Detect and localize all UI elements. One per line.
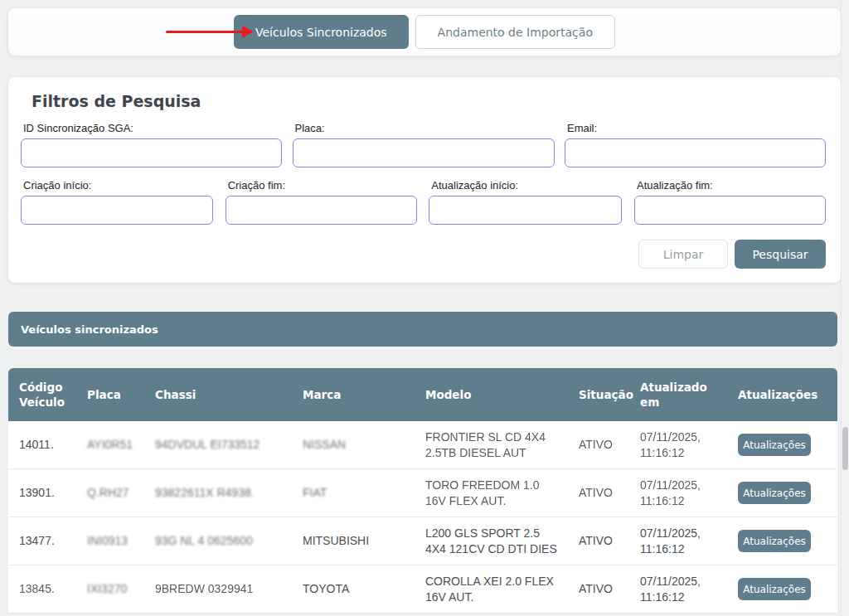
field-id-sincronizacao: ID Sincronização SGA: bbox=[21, 122, 282, 167]
vertical-scrollbar[interactable] bbox=[841, 0, 849, 616]
filters-actions: Limpar Pesquisar bbox=[21, 240, 826, 269]
table-row: 13901. Q.RH27 93822611X R4938. FIAT TORO… bbox=[8, 469, 837, 517]
placa-input[interactable] bbox=[293, 138, 555, 167]
filters-row-1: ID Sincronização SGA: Placa: Email: bbox=[21, 122, 826, 167]
col-placa: Placa bbox=[79, 387, 147, 402]
cell-chassi: 93822611X R4938. bbox=[147, 485, 294, 501]
field-criacao-inicio: Criação início: bbox=[21, 179, 213, 225]
cell-chassi: 93G NL 4 0625600 bbox=[147, 533, 294, 549]
table-row: 14011. AYI0R51 94DVDUL EI733512 NISSAN F… bbox=[8, 421, 837, 469]
email-input[interactable] bbox=[565, 138, 826, 167]
cell-hora: 11:16:12 bbox=[640, 589, 721, 605]
cell-data: 07/11/2025, bbox=[640, 429, 721, 445]
cell-situacao: ATIVO bbox=[570, 485, 632, 501]
search-button[interactable]: Pesquisar bbox=[735, 240, 826, 269]
atualizacoes-button[interactable]: Atualizações bbox=[738, 530, 811, 552]
cell-codigo: 14011. bbox=[8, 437, 79, 453]
atualizacoes-button[interactable]: Atualizações bbox=[738, 578, 811, 600]
cell-chassi: 94DVDUL EI733512 bbox=[147, 437, 294, 453]
atualizacao-fim-label: Atualização fim: bbox=[637, 179, 826, 192]
tab-bar: Veículos Sincronizados Andamento de Impo… bbox=[8, 8, 841, 56]
cell-acoes: Atualizações bbox=[730, 530, 837, 552]
cell-data: 07/11/2025, bbox=[640, 526, 721, 541]
field-atualizacao-fim: Atualização fim: bbox=[634, 179, 826, 225]
filters-row-2: Criação início: Criação fim: Atualização… bbox=[21, 179, 826, 225]
email-label: Email: bbox=[567, 122, 826, 134]
cell-atualizado-em: 07/11/2025, 11:16:12 bbox=[632, 478, 730, 509]
cell-hora: 11:16:12 bbox=[640, 541, 721, 557]
cell-acoes: Atualizações bbox=[730, 482, 837, 504]
cell-acoes: Atualizações bbox=[730, 434, 837, 456]
field-email: Email: bbox=[565, 122, 826, 167]
criacao-inicio-input[interactable] bbox=[21, 196, 213, 225]
cell-situacao: ATIVO bbox=[570, 533, 632, 549]
cell-data: 07/11/2025, bbox=[640, 478, 721, 493]
cell-data: 07/11/2025, bbox=[640, 574, 721, 589]
col-codigo-veiculo: Código Veículo bbox=[8, 380, 79, 410]
col-situacao: Situação bbox=[570, 387, 632, 402]
criacao-inicio-label: Criação início: bbox=[23, 179, 213, 192]
cell-modelo: COROLLA XEI 2.0 FLEX 16V AUT. bbox=[417, 574, 570, 605]
synced-vehicles-table: Código Veículo Placa Chassi Marca Modelo… bbox=[8, 368, 837, 614]
search-filters-panel: Filtros de Pesquisa ID Sincronização SGA… bbox=[8, 77, 841, 283]
table-row: 13477. INI0913 93G NL 4 0625600 MITSUBIS… bbox=[8, 517, 837, 565]
col-atualizado-em: Atualizado em bbox=[632, 380, 730, 410]
arrow-head-icon bbox=[242, 26, 254, 38]
atualizacoes-button[interactable]: Atualizações bbox=[738, 434, 811, 456]
table-row: 13845. IXI3270 9BREDW 0329941 TOYOTA COR… bbox=[8, 565, 837, 614]
tab-veiculos-sincronizados[interactable]: Veículos Sincronizados bbox=[234, 15, 409, 49]
cell-marca: NISSAN bbox=[294, 437, 417, 453]
results-section-header: Veículos sincronizados bbox=[8, 312, 837, 347]
col-marca: Marca bbox=[294, 387, 417, 402]
cell-chassi: 9BREDW 0329941 bbox=[147, 581, 294, 597]
cell-atualizado-em: 07/11/2025, 11:16:12 bbox=[632, 429, 730, 461]
cell-hora: 11:16:12 bbox=[640, 493, 721, 509]
atualizacao-inicio-label: Atualização início: bbox=[431, 179, 622, 192]
placa-label: Placa: bbox=[295, 122, 555, 134]
cell-atualizado-em: 07/11/2025, 11:16:12 bbox=[632, 526, 730, 557]
table-header-row: Código Veículo Placa Chassi Marca Modelo… bbox=[8, 368, 837, 421]
cell-codigo: 13477. bbox=[8, 533, 79, 549]
cell-modelo: L200 GLS SPORT 2.5 4X4 121CV CD DTI DIES bbox=[417, 526, 570, 557]
clear-button[interactable]: Limpar bbox=[638, 240, 728, 269]
cell-placa: INI0913 bbox=[79, 533, 147, 549]
col-chassi: Chassi bbox=[147, 387, 294, 402]
filters-title: Filtros de Pesquisa bbox=[32, 92, 826, 110]
cell-marca: FIAT bbox=[294, 485, 417, 501]
atualizacoes-button[interactable]: Atualizações bbox=[738, 482, 811, 504]
cell-placa: Q.RH27 bbox=[79, 485, 147, 501]
red-arrow-annotation bbox=[166, 26, 254, 38]
tab-andamento-importacao[interactable]: Andamento de Importação bbox=[415, 15, 615, 49]
cell-acoes: Atualizações bbox=[730, 578, 837, 600]
cell-situacao: ATIVO bbox=[570, 437, 632, 453]
criacao-fim-label: Criação fim: bbox=[228, 179, 417, 192]
cell-situacao: ATIVO bbox=[570, 581, 632, 597]
cell-marca: MITSUBISHI bbox=[294, 533, 417, 549]
col-modelo: Modelo bbox=[417, 387, 570, 402]
scrollbar-thumb[interactable] bbox=[842, 427, 848, 470]
cell-modelo: FRONTIER SL CD 4X4 2.5TB DIESEL AUT bbox=[417, 429, 570, 461]
cell-modelo: TORO FREEDOM 1.0 16V FLEX AUT. bbox=[417, 478, 570, 509]
id-sincronizacao-label: ID Sincronização SGA: bbox=[23, 122, 282, 134]
atualizacao-inicio-input[interactable] bbox=[429, 196, 622, 225]
cell-codigo: 13901. bbox=[8, 485, 79, 501]
arrow-shaft bbox=[166, 31, 243, 33]
field-placa: Placa: bbox=[293, 122, 555, 167]
id-sincronizacao-input[interactable] bbox=[21, 138, 282, 167]
criacao-fim-input[interactable] bbox=[226, 196, 417, 225]
results-section-title: Veículos sincronizados bbox=[21, 323, 158, 336]
field-criacao-fim: Criação fim: bbox=[226, 179, 417, 225]
atualizacao-fim-input[interactable] bbox=[634, 196, 826, 225]
cell-codigo: 13845. bbox=[8, 581, 79, 597]
col-atualizacoes: Atualizações bbox=[730, 387, 837, 402]
cell-placa: AYI0R51 bbox=[79, 437, 147, 453]
cell-atualizado-em: 07/11/2025, 11:16:12 bbox=[632, 574, 730, 605]
cell-marca: TOYOTA bbox=[294, 581, 417, 597]
field-atualizacao-inicio: Atualização início: bbox=[429, 179, 622, 225]
cell-placa: IXI3270 bbox=[79, 581, 147, 597]
cell-hora: 11:16:12 bbox=[640, 445, 721, 461]
